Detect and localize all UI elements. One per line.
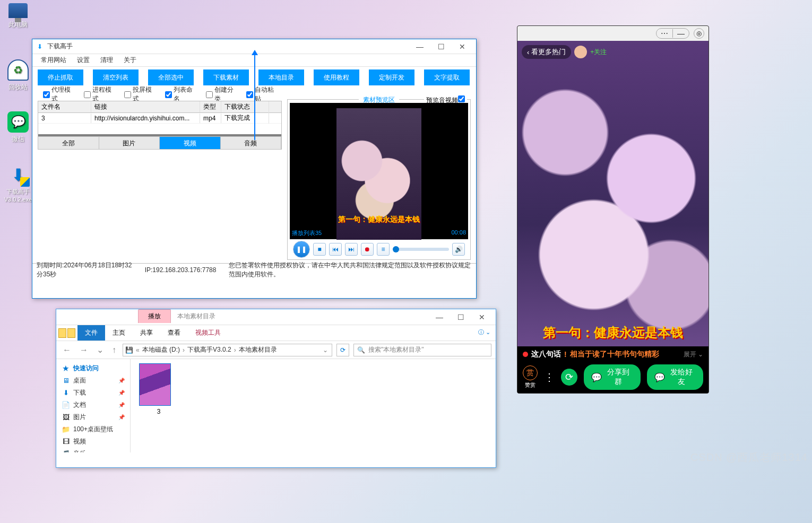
label: 回收站 — [8, 83, 28, 91]
tab-video[interactable]: 视频 — [160, 137, 221, 149]
close-button[interactable]: ✕ — [471, 311, 493, 323]
clear-list-button[interactable]: 清空列表 — [93, 69, 139, 85]
text-extract-button[interactable]: 文字提取 — [424, 69, 470, 85]
sidebar-videos[interactable]: 🎞视频 — [58, 435, 128, 448]
col-filename[interactable]: 文件名 — [38, 101, 91, 112]
forward-button[interactable]: → — [77, 345, 90, 355]
progress-slider[interactable] — [393, 248, 449, 251]
table-body[interactable]: 3 http://visionularcdn.yishihui.com... m… — [38, 113, 281, 124]
play-tab[interactable]: 播放 — [138, 309, 171, 323]
menu-about[interactable]: 关于 — [119, 55, 141, 66]
picture-icon: 🖼 — [62, 413, 70, 422]
video-caption: 第一句：健康永远是本钱 — [338, 215, 420, 224]
label: 下载高手V3.0.2.exe — [4, 188, 32, 203]
minimize-button[interactable]: — — [673, 29, 689, 38]
media-tabs: 全部 图片 视频 音频 — [38, 136, 281, 149]
desktop-wechat[interactable]: 微信 — [3, 111, 33, 144]
time-label: 00:08 — [451, 229, 466, 237]
playlist-button[interactable]: ≡ — [377, 243, 390, 256]
ribbon-file[interactable]: 文件 — [77, 325, 105, 341]
col-link[interactable]: 链接 — [91, 101, 200, 112]
folder-icon: 📁 — [62, 425, 70, 434]
chevron-left-icon: ‹ — [527, 48, 529, 56]
share-friend-button[interactable]: 💬发给好友 — [647, 364, 703, 390]
back-more-button[interactable]: ‹看更多热门 — [522, 45, 571, 59]
tab-audio[interactable]: 音频 — [221, 137, 282, 149]
document-icon: 📄 — [62, 401, 70, 409]
expand-button[interactable]: 展开 ⌄ — [684, 350, 703, 359]
cell-link: http://visionularcdn.yishihui.com... — [91, 114, 200, 123]
video-icon: 🎞 — [62, 438, 70, 446]
back-button[interactable]: ← — [61, 345, 73, 355]
desktop-recycle-bin[interactable]: 回收站 — [3, 59, 33, 92]
download-icon: ⬇ — [62, 389, 70, 397]
reward-button[interactable]: 赏 赞赏 — [523, 365, 538, 389]
search-input[interactable]: 🔍搜索"本地素材目录" — [353, 344, 491, 356]
select-all-button[interactable]: 全部选中 — [148, 69, 194, 85]
address-bar[interactable]: 💾« 本地磁盘 (D:)› 下载高手V3.0.2› 本地素材目录 ⌄ — [123, 344, 332, 356]
sidebar-documents[interactable]: 📄文档📌 — [58, 399, 128, 411]
wechat-icon: 💬 — [591, 372, 602, 382]
sidebar-desktop[interactable]: 🖥桌面📌 — [58, 374, 128, 387]
video-feed[interactable]: ‹看更多热门 +关注 第一句：健康永远是本钱 — [517, 41, 709, 346]
minimize-button[interactable]: — — [409, 41, 430, 53]
file-item[interactable]: 3 — [139, 363, 178, 415]
ribbon-home[interactable]: 主页 — [105, 325, 133, 341]
folder-icon[interactable] — [58, 328, 66, 338]
more-icon[interactable]: ⋮ — [544, 371, 555, 383]
history-button[interactable]: ⌄ — [94, 345, 106, 355]
live-dot-icon — [523, 352, 528, 357]
col-status[interactable]: 下载状态 — [221, 101, 269, 112]
tutorial-button[interactable]: 使用教程 — [314, 69, 359, 85]
close-circle-button[interactable]: ◎ — [694, 28, 704, 39]
ribbon-video-tools[interactable]: 视频工具 — [188, 325, 228, 341]
tab-image[interactable]: 图片 — [99, 137, 160, 149]
ribbon-share[interactable]: 共享 — [133, 325, 160, 341]
sidebar-quick-access[interactable]: ★快速访问 — [58, 362, 128, 374]
options-row: 代理模式 进程模式 投屏模式 列表命名 创建分类 自动粘贴 — [38, 88, 282, 101]
refresh-button[interactable]: ⟳ — [336, 344, 349, 356]
sidebar-pictures[interactable]: 🖼图片📌 — [58, 411, 128, 423]
custom-dev-button[interactable]: 定制开发 — [369, 69, 414, 85]
menu-settings[interactable]: 设置 — [73, 55, 94, 66]
volume-button[interactable]: 🔊 — [452, 243, 465, 256]
share-group-button[interactable]: 💬分享到群 — [584, 364, 640, 390]
ribbon-expand-icon[interactable]: ⓘ ⌄ — [478, 328, 490, 336]
cell-status: 下载完成 — [221, 112, 269, 124]
pin-icon: 📌 — [118, 402, 125, 408]
maximize-button[interactable]: ☐ — [430, 41, 452, 53]
close-button[interactable]: ✕ — [452, 41, 473, 53]
prev-button[interactable]: ⏮ — [329, 243, 342, 256]
pause-button[interactable]: ❚❚ — [293, 241, 310, 258]
refresh-button[interactable]: ⟳ — [561, 369, 577, 386]
stop-capture-button[interactable]: 停止抓取 — [38, 69, 83, 85]
minimize-button[interactable]: — — [429, 311, 450, 323]
stop-button[interactable]: ■ — [313, 243, 326, 256]
record-button[interactable]: ⏺ — [361, 243, 374, 256]
next-button[interactable]: ⏭ — [345, 243, 358, 256]
video-preview[interactable]: 第一句：健康永远是本钱 播放列表35 00:08 — [290, 103, 468, 239]
desktop-this-pc[interactable]: 此电脑 — [3, 3, 33, 29]
maximize-button[interactable]: ☐ — [450, 311, 471, 323]
folder-icon[interactable] — [67, 328, 75, 338]
download-button[interactable]: 下载素材 — [203, 69, 249, 85]
follow-button[interactable]: +关注 — [590, 48, 607, 57]
up-button[interactable]: ↑ — [110, 345, 118, 355]
sidebar-music[interactable]: 🎵音乐 — [58, 448, 128, 452]
author-avatar[interactable] — [574, 46, 587, 58]
tab-all[interactable]: 全部 — [38, 137, 99, 149]
desktop-downloader-exe[interactable]: 下载高手V3.0.2.exe — [3, 164, 33, 203]
more-button[interactable]: ⋯ — [656, 29, 673, 38]
table-row[interactable]: 3 http://visionularcdn.yishihui.com... m… — [38, 113, 281, 124]
local-dir-button[interactable]: 本地目录 — [258, 69, 304, 85]
preview-panel: 素材预览区 预览音视频 第一句：健康永远是本钱 播放列表35 00:08 ❚❚ … — [287, 88, 471, 260]
sidebar-wallpaper[interactable]: 📁100+桌面壁纸 — [58, 423, 128, 435]
star-icon: ★ — [62, 364, 70, 373]
menu-sites[interactable]: 常用网站 — [37, 55, 71, 66]
shield-icon — [20, 177, 30, 187]
ribbon-view[interactable]: 查看 — [160, 325, 188, 341]
sidebar-downloads[interactable]: ⬇下载📌 — [58, 387, 128, 399]
file-pane[interactable]: 3 — [131, 359, 496, 452]
col-type[interactable]: 类型 — [200, 101, 221, 112]
menu-clean[interactable]: 清理 — [96, 55, 117, 66]
